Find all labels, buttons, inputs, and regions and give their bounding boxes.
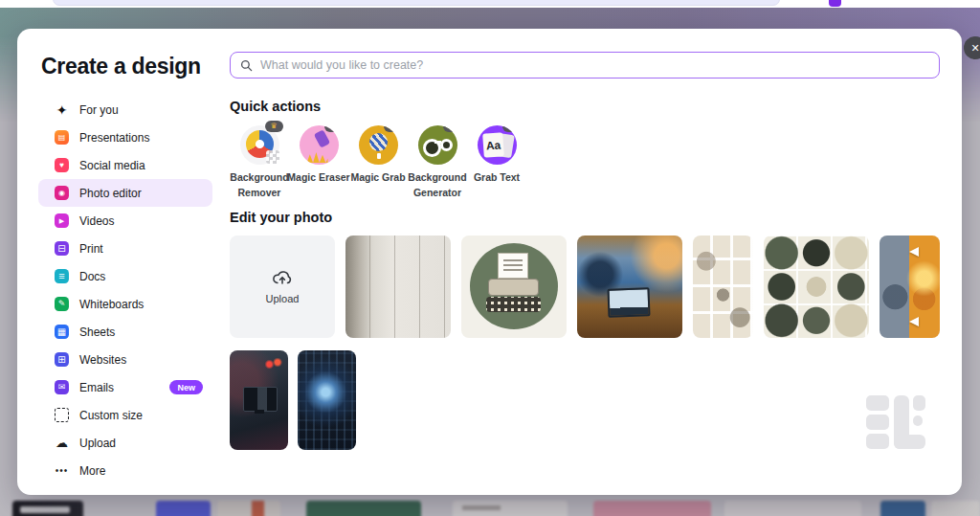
grab-text-icon: Aa ♛ [478,125,517,165]
magic-grab-icon: ♛ [359,125,398,165]
dark-monitor-photo-tile[interactable] [230,350,288,450]
sidebar-item-custom-size[interactable]: Custom size [38,401,212,429]
background-remover-icon: ♛ [240,125,279,165]
canva-pro-gem-icon[interactable] [829,0,841,7]
envelope-icon [55,380,69,394]
magic-eraser-action[interactable]: ♛ Magic Eraser [289,125,348,201]
before-after-cartoon-tile[interactable] [880,236,940,338]
photo-tiles-row-2 [230,350,356,450]
sidebar-item-whiteboards[interactable]: Whiteboards [38,290,212,318]
cloud-upload-icon [272,269,293,285]
search-input[interactable] [260,58,929,72]
new-badge: New [169,380,203,394]
sidebar-item-videos[interactable]: Videos [38,207,212,235]
printer-icon [55,241,69,256]
sidebar-item-docs[interactable]: Docs [38,262,212,290]
premium-crown-icon: ♛ [502,125,517,132]
left-arrow-icon [909,317,919,326]
close-modal-button[interactable]: ✕ [964,36,980,59]
premium-crown-icon: ♛ [443,125,457,132]
camera-icon [55,186,69,200]
document-icon [55,269,69,283]
sidebar-item-sheets[interactable]: Sheets [38,318,212,346]
sidebar-item-websites[interactable]: Websites [38,346,212,373]
sidebar-item-social-media[interactable]: Social media [38,151,212,179]
brand-watermark-logo [866,395,925,450]
upload-photo-tile[interactable]: Upload [230,236,335,338]
design-type-sidebar: For you Presentations Social media Photo… [38,96,212,484]
typewriter-badges-grid-tile[interactable] [764,236,869,338]
heart-bubble-icon [55,158,69,172]
quick-actions-heading: Quick actions [230,99,321,114]
top-bar [0,0,980,8]
sidebar-item-upload[interactable]: Upload [38,429,212,457]
premium-crown-icon: ♛ [324,125,339,132]
background-remover-action[interactable]: ♛ Background Remover [230,125,289,201]
typewriter-art-tile[interactable] [461,236,567,338]
wardrobe-photo-tile[interactable] [345,236,451,338]
sidebar-item-presentations[interactable]: Presentations [38,123,212,151]
cloud-upload-icon [55,436,69,450]
sunglasses-icon [440,139,453,151]
table-icon [55,325,69,339]
modal-main-panel: Quick actions ♛ Background Remover ♛ Mag… [230,29,942,495]
presentation-icon [55,130,69,145]
premium-crown-icon: ♛ [265,121,283,132]
magic-eraser-icon: ♛ [300,125,339,165]
search-icon [240,59,253,72]
travel-desk-photo-tile[interactable] [577,236,682,338]
create-design-modal: Create a design For you Presentations So… [17,29,962,495]
whiteboard-icon [55,297,69,311]
sparkle-icon [55,102,69,117]
sidebar-item-more[interactable]: More [38,457,212,484]
premium-crown-icon: ♛ [384,125,398,132]
ellipsis-icon [55,463,69,478]
play-icon [55,213,69,228]
quick-actions-row: ♛ Background Remover ♛ Magic Eraser ♛ Ma… [230,125,526,201]
background-generator-action[interactable]: ♛ Background Generator [408,125,467,201]
photo-tiles-row-1: Upload [230,236,940,338]
edit-your-photo-heading: Edit your photo [230,210,332,225]
sidebar-item-photo-editor[interactable]: Photo editor [38,179,212,207]
home-search-bar[interactable] [53,0,780,6]
grab-text-action[interactable]: Aa ♛ Grab Text [467,125,526,201]
background-generator-icon: ♛ [418,125,457,165]
sidebar-item-print[interactable]: Print [38,235,212,262]
dashed-square-icon [55,408,69,422]
landmark-sketches-tile[interactable] [693,236,753,338]
browser-icon [55,352,69,367]
ai-head-photo-tile[interactable] [298,350,356,450]
create-search-bar[interactable] [230,52,940,79]
sidebar-item-emails[interactable]: Emails New [38,373,212,401]
modal-title: Create a design [41,54,201,79]
sidebar-item-for-you[interactable]: For you [38,96,212,123]
left-arrow-icon [909,247,919,257]
